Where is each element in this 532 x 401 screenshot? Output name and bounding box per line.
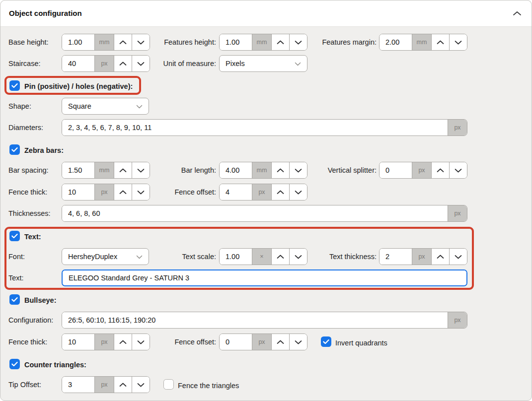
configuration-label: Configuration: [8,315,53,325]
unit-badge: px [94,184,114,200]
diameters-field: px [62,119,467,136]
bullseye-label: Bullseye: [24,295,56,305]
decrement-button[interactable] [289,334,307,350]
text-scale-label: Text scale: [120,252,216,262]
text-input[interactable] [63,270,466,285]
font-label: Font: [8,252,25,262]
features-margin-input[interactable] [380,34,412,50]
base-height-input[interactable] [62,34,94,50]
bar-spacing-label: Bar spacing: [8,165,49,175]
check-icon [11,145,18,154]
zebra-fence-offset-input[interactable] [220,184,252,200]
collapse-button[interactable] [511,7,524,19]
unit-badge: mm [94,162,114,178]
decrement-button[interactable] [449,162,467,178]
configuration-input[interactable] [62,312,448,328]
zebra-bars-label: Zebra bars: [24,145,64,155]
features-margin-stepper: mm [379,34,467,51]
bar-length-input[interactable] [220,162,252,178]
unit-badge: mm [252,162,271,178]
thicknesses-field: px [62,205,467,222]
shape-select[interactable]: Square [62,98,149,115]
features-margin-label: Features margin: [278,37,377,47]
bullseye-checkbox[interactable] [9,294,20,305]
zebra-bars-checkbox[interactable] [9,144,20,155]
bullseye-fence-thick-label: Fence thick: [8,337,47,347]
check-icon [323,337,329,346]
text-thickness-label: Text thickness: [278,252,377,262]
vertical-splitter-label: Vertical splitter: [278,165,377,175]
check-icon [11,295,18,304]
vertical-splitter-input[interactable] [380,162,412,178]
decrement-button[interactable] [132,377,150,393]
base-height-label: Base height: [8,37,49,47]
unit-badge: mm [94,34,114,50]
pin-holes-checkbox[interactable] [9,80,20,91]
increment-button[interactable] [114,377,132,393]
text-thickness-input[interactable] [380,249,412,265]
bar-spacing-input[interactable] [62,162,94,178]
configuration-field: px [62,312,467,329]
increment-button[interactable] [431,162,449,178]
unit-badge: px [94,377,114,393]
unit-badge: px [412,162,431,178]
fence-triangles-label: Fence the triangles [178,381,239,391]
counter-triangles-label: Counter triangles: [24,360,86,370]
invert-quadrants-label: Invert quadrants [335,338,387,348]
object-configuration-panel: Object configuration Base height: mm Fea… [0,0,532,401]
check-icon [11,360,18,369]
tip-offset-label: Tip Offset: [8,380,41,390]
increment-button[interactable] [431,34,449,50]
check-icon [11,81,18,90]
fence-triangles-checkbox[interactable] [163,379,174,390]
bullseye-fence-offset-label: Fence offset: [120,337,216,347]
text-value-label: Text: [8,273,24,283]
zebra-fence-offset-label: Fence offset: [120,187,216,197]
diameters-label: Diameters: [8,123,43,133]
staircase-input[interactable] [62,56,94,71]
unit-badge: px [252,334,271,350]
diameters-input[interactable] [62,120,448,135]
zebra-fence-thick-label: Fence thick: [8,187,47,197]
page-title: Object configuration [9,0,82,26]
zebra-fence-thick-input[interactable] [62,184,94,200]
check-icon [165,380,172,389]
text-field [62,269,467,286]
unit-badge: mm [252,34,271,50]
panel-header: Object configuration [0,0,532,27]
vertical-splitter-stepper: px [379,162,467,179]
unit-of-measure-label: Unit of measure: [120,59,216,68]
decrement-button[interactable] [289,184,307,200]
unit-badge: × [252,249,271,265]
unit-badge: mm [412,34,431,50]
bullseye-fence-thick-input[interactable] [62,334,94,350]
increment-button[interactable] [271,184,289,200]
unit-badge: px [412,249,431,265]
text-checkbox[interactable] [9,231,20,241]
unit-of-measure-select[interactable]: Pixels [219,55,307,72]
bullseye-fence-offset-stepper: px [219,334,307,350]
increment-button[interactable] [431,249,449,265]
shape-label: Shape: [8,101,31,111]
decrement-button[interactable] [449,249,467,265]
staircase-label: Staircase: [8,59,40,68]
unit-badge: px [252,184,271,200]
invert-quadrants-checkbox[interactable] [321,336,331,347]
unit-badge: px [94,334,114,350]
counter-triangles-checkbox[interactable] [9,359,20,369]
unit-badge: px [448,120,467,135]
text-scale-input[interactable] [220,249,252,265]
thicknesses-label: Thicknesses: [8,208,51,218]
tip-offset-stepper: px [62,376,150,393]
thicknesses-input[interactable] [62,205,448,221]
tip-offset-input[interactable] [62,377,94,393]
pin-holes-label: Pin (positive) / holes (negative): [24,81,133,91]
features-height-input[interactable] [220,34,252,50]
bullseye-fence-offset-input[interactable] [220,334,252,350]
increment-button[interactable] [271,334,289,350]
features-height-label: Features height: [120,37,216,47]
chevron-down-icon [136,102,143,110]
unit-badge: px [94,56,114,71]
selected-value: Pixels [226,60,245,67]
decrement-button[interactable] [449,34,467,50]
